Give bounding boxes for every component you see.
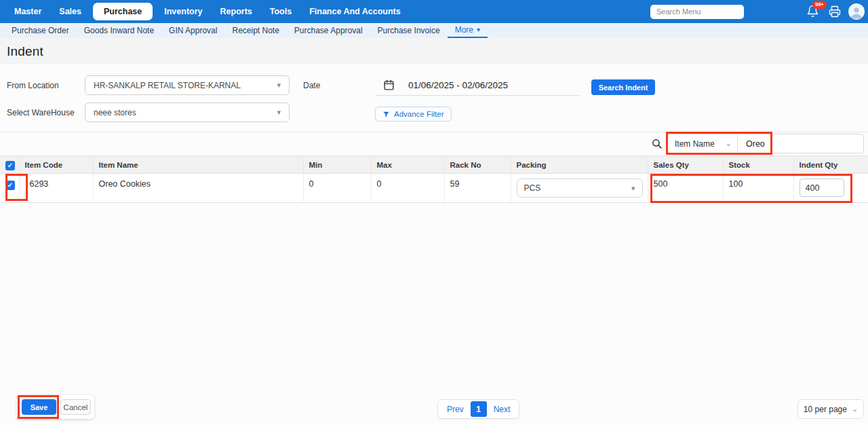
date-range-field[interactable]: 01/06/2025 - 02/06/2025 <box>375 75 580 96</box>
search-field-value: Item Name <box>675 139 715 149</box>
cell-packing: PCS ▾ <box>511 174 648 203</box>
person-icon <box>849 5 864 20</box>
packing-select[interactable]: PCS ▾ <box>517 179 643 198</box>
calendar-icon <box>383 79 395 91</box>
chevron-down-icon: ▾ <box>631 184 635 193</box>
col-item-code: Item Code <box>19 156 93 174</box>
chevron-down-icon: ▾ <box>277 81 281 90</box>
notification-badge: 99+ <box>812 1 827 9</box>
chevron-down-icon: ⌄ <box>726 139 732 148</box>
cell-min: 0 <box>303 174 371 203</box>
warehouse-label: Select WareHouse <box>7 108 75 117</box>
search-field-select[interactable]: Item Name ⌄ <box>668 134 738 153</box>
indent-page: Master Sales Purchase Inventory Reports … <box>0 0 868 425</box>
subnav-gin-approval[interactable]: GIN Approval <box>161 23 224 38</box>
main-menu: Master Sales Purchase Inventory Reports … <box>5 3 410 20</box>
top-navigation-bar: Master Sales Purchase Inventory Reports … <box>0 0 868 23</box>
col-stock: Stock <box>723 156 793 174</box>
cell-indent-qty <box>793 174 868 203</box>
table-search-row: Item Name ⌄ <box>0 132 868 155</box>
page-title-band: Indent <box>0 38 868 64</box>
prev-page-button[interactable]: Prev <box>440 405 471 414</box>
col-packing: Packing <box>511 156 648 174</box>
warehouse-value: neee stores <box>94 108 136 117</box>
filter-funnel-icon <box>382 111 390 118</box>
subnav-purchase-approval[interactable]: Purchase Approval <box>287 23 370 38</box>
nav-finance-and-accounts[interactable]: Finance And Accounts <box>300 7 410 16</box>
pagination: Prev 1 Next <box>437 399 519 419</box>
subnav-more-label: More <box>455 25 473 35</box>
nav-inventory[interactable]: Inventory <box>155 7 211 16</box>
table-search-box: Item Name ⌄ <box>667 134 864 153</box>
row-checkbox[interactable]: ✓ <box>5 181 15 190</box>
from-location-label: From Location <box>7 81 59 90</box>
cell-rack-no: 59 <box>444 174 511 203</box>
packing-value: PCS <box>524 183 541 193</box>
col-min: Min <box>303 156 371 174</box>
printer-icon <box>829 5 841 18</box>
cell-stock: 100 <box>723 174 793 203</box>
purchase-sub-menu: Purchase Order Goods Inward Note GIN App… <box>0 23 868 38</box>
page-title: Indent <box>7 44 43 59</box>
col-sales-qty: Sales Qty <box>648 156 723 174</box>
indent-table: ✓ Item Code Item Name Min Max Rack No Pa… <box>0 155 868 203</box>
advance-filter-button[interactable]: Advance Filter <box>375 107 452 122</box>
warehouse-select[interactable]: neee stores ▾ <box>85 103 290 122</box>
subnav-more-dropdown[interactable]: More ▾ <box>448 23 488 38</box>
print-button[interactable] <box>829 5 841 18</box>
per-page-select[interactable]: 10 per page ⌄ <box>797 399 864 419</box>
col-item-name: Item Name <box>93 156 303 174</box>
search-query-input[interactable] <box>738 134 863 153</box>
table-row: ✓ 6293 Oreo Cookies 0 0 59 PCS ▾ 500 100 <box>0 174 868 203</box>
subnav-purchase-invoice[interactable]: Purchase Invoice <box>370 23 448 38</box>
select-all-checkbox[interactable]: ✓ <box>5 161 15 170</box>
cell-sales-qty: 500 <box>648 174 723 203</box>
col-indent-qty: Indent Qty <box>793 156 868 174</box>
date-label: Date <box>303 81 320 90</box>
per-page-value: 10 per page <box>804 405 847 414</box>
cell-item-name: Oreo Cookies <box>93 174 303 203</box>
from-location-select[interactable]: HR-SANKALP RETAIL STORE-KARNAL ▾ <box>85 75 290 95</box>
notifications-button[interactable]: 99+ <box>806 5 820 18</box>
check-icon: ✓ <box>7 162 13 169</box>
search-menu-input[interactable] <box>650 5 744 19</box>
subnav-purchase-order[interactable]: Purchase Order <box>4 23 77 38</box>
user-avatar[interactable] <box>848 3 865 20</box>
search-icon <box>651 138 663 149</box>
nav-tools[interactable]: Tools <box>261 7 300 16</box>
advance-filter-label: Advance Filter <box>394 110 444 118</box>
chevron-down-icon: ▾ <box>477 26 480 33</box>
chevron-down-icon: ▾ <box>277 108 281 117</box>
from-location-value: HR-SANKALP RETAIL STORE-KARNAL <box>94 81 241 90</box>
nav-master[interactable]: Master <box>5 7 50 16</box>
chevron-down-icon: ⌄ <box>852 405 858 413</box>
cell-max: 0 <box>371 174 444 203</box>
cell-item-code: 6293 <box>19 174 93 203</box>
check-icon: ✓ <box>7 182 13 189</box>
search-indent-button[interactable]: Search Indent <box>591 79 655 95</box>
subnav-receipt-note[interactable]: Receipt Note <box>224 23 286 38</box>
save-button[interactable]: Save <box>22 399 56 415</box>
table-header-row: ✓ Item Code Item Name Min Max Rack No Pa… <box>0 156 868 174</box>
nav-purchase[interactable]: Purchase <box>93 3 153 20</box>
date-range-value: 01/06/2025 - 02/06/2025 <box>408 80 508 90</box>
subnav-goods-inward-note[interactable]: Goods Inward Note <box>77 23 161 38</box>
nav-reports[interactable]: Reports <box>212 7 261 16</box>
col-rack-no: Rack No <box>444 156 511 174</box>
nav-sales[interactable]: Sales <box>50 7 90 16</box>
current-page-button[interactable]: 1 <box>471 401 487 417</box>
cancel-button[interactable]: Cancel <box>60 399 91 415</box>
indent-qty-input[interactable] <box>800 179 844 197</box>
filters-section: From Location HR-SANKALP RETAIL STORE-KA… <box>0 64 868 132</box>
next-page-button[interactable]: Next <box>487 405 517 414</box>
col-max: Max <box>371 156 444 174</box>
